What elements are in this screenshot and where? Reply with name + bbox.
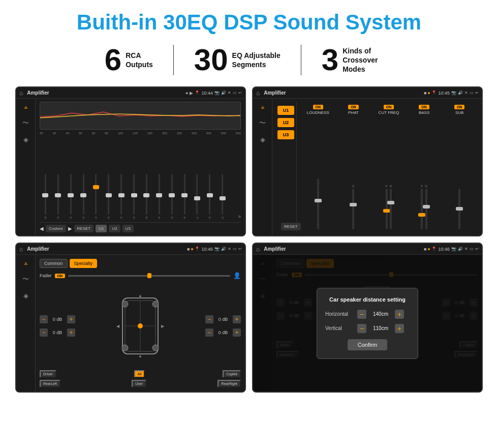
vertical-plus-btn[interactable]: + [395, 324, 404, 333]
sub-slider[interactable] [458, 189, 460, 229]
horizontal-plus-btn[interactable]: + [395, 310, 404, 319]
eq-ctrl-icon-2[interactable]: ⟁ [261, 103, 265, 110]
fader-slider[interactable] [68, 275, 230, 277]
back-icon-4[interactable]: ↩ [475, 247, 479, 251]
loudness-slider[interactable] [317, 178, 319, 229]
db-minus-fl[interactable]: − [40, 315, 48, 323]
cutfreq-slider-f[interactable] [386, 189, 388, 229]
freq-500: 500 [221, 132, 226, 135]
horizontal-minus-btn[interactable]: − [357, 310, 366, 319]
copilot-btn[interactable]: Copilot [223, 370, 241, 378]
common-tab[interactable]: Common [40, 259, 68, 268]
db-plus-rr[interactable]: + [233, 328, 241, 337]
back-icon-3[interactable]: ↩ [238, 247, 242, 251]
db-minus-rr[interactable]: − [205, 328, 213, 337]
slider-val-1: 0 [45, 216, 46, 219]
driver-btn[interactable]: Driver [40, 370, 56, 378]
vol-ctrl-icon-2[interactable]: ◈ [260, 136, 265, 143]
slider-track-7[interactable] [120, 174, 122, 215]
back-icon-1[interactable]: ↩ [238, 91, 242, 95]
slider-track-3[interactable] [70, 174, 72, 215]
phat-sliders: G [352, 117, 355, 229]
freq-40: 40 [66, 132, 69, 135]
slider-track-8[interactable] [133, 174, 135, 215]
screen-speaker: ⌂ Amplifier ■ 📍 10:46 📷 🔊 ✕ ▭ ↩ ⟁ 〜 [15, 243, 246, 393]
person-icon[interactable]: 👤 [233, 272, 241, 279]
u2-btn[interactable]: U2 [109, 225, 120, 232]
eq-slider-12: 0 [179, 174, 191, 219]
phat-on: ON [348, 105, 359, 109]
db-plus-rl[interactable]: + [67, 328, 75, 337]
u3-btn[interactable]: U3 [122, 225, 134, 232]
wave-ctrl-icon-2[interactable]: 〜 [259, 118, 266, 128]
fader-thumb[interactable] [147, 273, 151, 278]
freq-125: 125 [133, 132, 138, 135]
all-btn[interactable]: All [134, 370, 145, 378]
bottom-labels-3: Driver All Copilot [40, 370, 241, 378]
slider-track-1[interactable] [45, 174, 46, 215]
home-icon-4[interactable]: ⌂ [256, 246, 260, 253]
home-icon-1[interactable]: ⌂ [19, 89, 23, 97]
next-arrow[interactable]: ▶ [68, 226, 72, 231]
db-minus-rl[interactable]: − [40, 328, 48, 337]
slider-track-5[interactable] [95, 174, 97, 215]
vol-ctrl-icon[interactable]: ◈ [23, 136, 28, 143]
vol-icon-1: 🔊 [221, 91, 226, 95]
vertical-minus-btn[interactable]: − [357, 324, 366, 333]
screen-dialog: ⌂ Amplifier ■ 📍 10:46 📷 🔊 ✕ ▭ ↩ [252, 243, 483, 393]
dot-icon-2a: ■ [424, 91, 426, 96]
freq-100: 100 [118, 132, 123, 135]
user-btn[interactable]: User [132, 380, 146, 387]
wave-ctrl-icon[interactable]: 〜 [22, 118, 29, 128]
vol-ctrl-icon-3[interactable]: ◈ [23, 292, 28, 300]
slider-track-15[interactable] [222, 174, 223, 215]
eq-ctrl-icon[interactable]: ⟁ [24, 103, 28, 110]
rearright-btn[interactable]: RearRight [217, 380, 241, 387]
car-diagram: ▲ ▼ ◀ ▶ [78, 283, 202, 368]
slider-track-9[interactable] [146, 174, 147, 215]
bass-slider-g[interactable] [425, 189, 427, 229]
slider-val-12: 0 [183, 216, 185, 219]
rearleft-btn[interactable]: RearLeft [40, 380, 60, 387]
home-icon-2[interactable]: ⌂ [256, 89, 260, 97]
slider-track-14[interactable] [209, 174, 210, 215]
slider-val-14: 0 [209, 216, 210, 219]
db-plus-fl[interactable]: + [67, 315, 75, 323]
slider-track-2[interactable] [57, 174, 59, 215]
freq-250: 250 [177, 132, 182, 135]
confirm-button[interactable]: Confirm [348, 339, 388, 350]
db-val-rr: 0 dB [215, 330, 231, 335]
u3-select-btn[interactable]: U3 [277, 130, 294, 139]
expand-icon[interactable]: » [238, 214, 241, 219]
phat-slider-g[interactable] [352, 189, 354, 229]
slider-val-5: 5 [95, 216, 97, 219]
eq-ctrl-icon-3[interactable]: ⟁ [24, 259, 28, 266]
slider-track-6[interactable] [108, 174, 109, 215]
slider-track-10[interactable] [159, 174, 160, 215]
eq-slider-1: 0 [40, 174, 51, 219]
slider-track-11[interactable] [171, 174, 173, 215]
db-plus-fr[interactable]: + [233, 315, 241, 323]
dialog-title: Car speaker distance setting [325, 296, 410, 303]
cutfreq-on: ON [384, 105, 394, 109]
reset-btn-1[interactable]: RESET [74, 225, 94, 232]
bass-slider-f[interactable] [421, 189, 423, 229]
loudness-sliders [317, 117, 319, 229]
vertical-value: 110cm [370, 325, 391, 331]
cutfreq-slider-g[interactable] [390, 189, 392, 229]
custom-btn[interactable]: Custom [46, 225, 66, 232]
reset-btn-2[interactable]: RESET [281, 223, 301, 230]
prev-arrow[interactable]: ◀ [40, 226, 44, 231]
back-icon-2[interactable]: ↩ [475, 91, 479, 95]
wave-ctrl-icon-3[interactable]: 〜 [22, 275, 29, 284]
slider-track-4[interactable] [83, 174, 84, 215]
u1-select-btn[interactable]: U1 [277, 106, 294, 115]
specialty-tab[interactable]: Specialty [70, 259, 98, 268]
eq-slider-5: 5 [90, 174, 102, 219]
home-icon-3[interactable]: ⌂ [19, 246, 23, 253]
u2-select-btn[interactable]: U2 [277, 118, 294, 127]
slider-track-13[interactable] [196, 174, 198, 215]
u1-btn[interactable]: U1 [96, 225, 107, 232]
db-minus-fr[interactable]: − [205, 315, 213, 323]
slider-track-12[interactable] [184, 174, 185, 215]
